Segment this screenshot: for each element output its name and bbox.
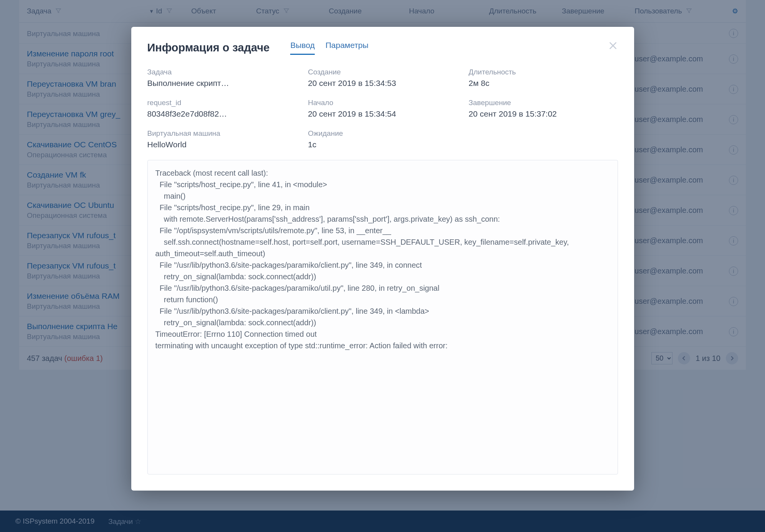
field-duration: Длительность 2м 8с <box>469 68 618 88</box>
field-started: Начало 20 сент 2019 в 15:34:54 <box>308 99 457 119</box>
close-icon[interactable] <box>608 41 618 52</box>
field-request-id: request_id 80348f3e2e7d08f82… <box>147 99 297 119</box>
modal-tabs: Вывод Параметры <box>290 41 368 55</box>
field-vm: Виртуальная машина HelloWorld <box>147 129 297 149</box>
field-wait: Ожидание 1с <box>308 129 457 149</box>
field-task: Задача Выполнение скрипт… <box>147 68 297 88</box>
task-output[interactable]: Traceback (most recent call last): File … <box>147 160 618 474</box>
tab-params[interactable]: Параметры <box>325 41 368 55</box>
task-info-grid: Задача Выполнение скрипт… Создание 20 се… <box>147 68 618 149</box>
field-created: Создание 20 сент 2019 в 15:34:53 <box>308 68 457 88</box>
task-info-modal: Информация о задаче Вывод Параметры Зада… <box>131 27 634 491</box>
tab-output[interactable]: Вывод <box>290 41 315 55</box>
field-finished: Завершение 20 сент 2019 в 15:37:02 <box>469 99 618 119</box>
modal-title: Информация о задаче <box>147 41 270 54</box>
